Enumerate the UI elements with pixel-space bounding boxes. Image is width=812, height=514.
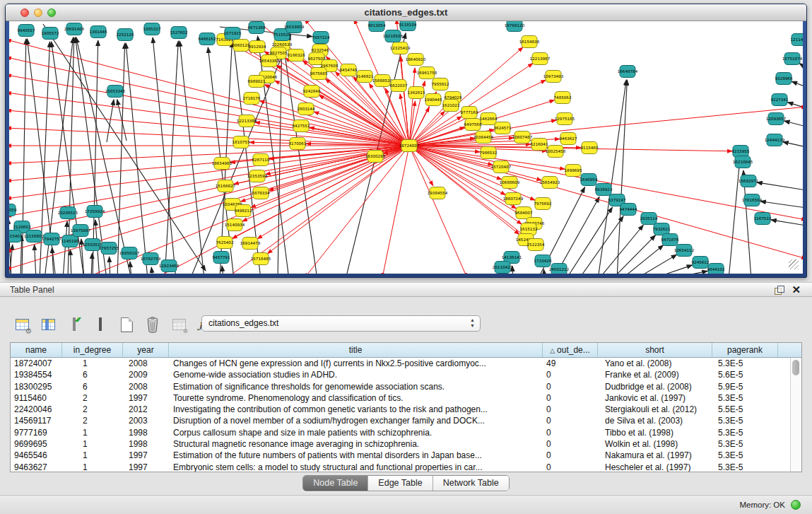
window-resize-grip[interactable] bbox=[789, 259, 799, 269]
graph-node[interactable]: 18807249 bbox=[503, 193, 524, 205]
column-header-pagerank[interactable]: pagerank bbox=[712, 343, 778, 357]
graph-node[interactable]: 2522354 bbox=[527, 239, 545, 251]
graph-node[interactable]: 10973493 bbox=[543, 71, 564, 83]
graph-node[interactable]: 9242848 bbox=[303, 86, 321, 98]
graph-node[interactable]: 8427552 bbox=[293, 120, 310, 132]
graph-node[interactable]: 18768120 bbox=[505, 21, 525, 32]
vertical-scrollbar[interactable] bbox=[790, 358, 801, 472]
graph-node[interactable]: 8860128 bbox=[233, 40, 250, 52]
graph-node[interactable]: 12444139 bbox=[765, 134, 785, 146]
graph-node[interactable]: 17016504 bbox=[742, 194, 763, 206]
graph-node[interactable]: 1621022 bbox=[442, 100, 460, 112]
column-header-in_degree[interactable]: in_degree bbox=[62, 343, 123, 357]
graph-node[interactable]: 16033809 bbox=[284, 21, 305, 33]
graph-node[interactable]: 1810755 bbox=[233, 136, 250, 148]
graph-node[interactable]: 16961758 bbox=[417, 67, 437, 79]
graph-node[interactable]: 1085327 bbox=[143, 23, 161, 35]
table-row[interactable]: 969969511998Structural magnetic resonanc… bbox=[11, 438, 801, 450]
graph-node[interactable]: 15720407 bbox=[491, 161, 512, 173]
graph-node[interactable]: 17957255 bbox=[99, 243, 119, 255]
column-header-title[interactable]: title bbox=[169, 343, 543, 357]
graph-node[interactable]: 10688609 bbox=[500, 177, 520, 189]
graph-node[interactable]: 9146821 bbox=[356, 71, 374, 83]
graph-node[interactable]: 8912934 bbox=[249, 41, 266, 53]
graph-node[interactable]: 8118104 bbox=[399, 21, 417, 31]
table-selector-dropdown[interactable]: citations_edges.txt ▲▼ bbox=[201, 315, 481, 332]
graph-node[interactable]: 10807487 bbox=[512, 132, 533, 144]
graph-node[interactable]: 1905572 bbox=[42, 28, 59, 40]
graph-node[interactable]: 6671388 bbox=[248, 22, 266, 34]
graph-node[interactable]: 17942757 bbox=[42, 233, 62, 245]
graph-node[interactable]: 3498212 bbox=[235, 205, 252, 217]
graph-node[interactable]: 12325419 bbox=[390, 42, 411, 54]
graph-node[interactable]: 10654112 bbox=[674, 245, 694, 257]
select-columns-button[interactable] bbox=[65, 315, 83, 334]
table-row[interactable]: 1938455462009Genome-wide association stu… bbox=[11, 369, 801, 380]
graph-node[interactable]: 16154838 bbox=[519, 36, 540, 48]
graph-node[interactable]: 6989021 bbox=[248, 76, 266, 88]
graph-node[interactable]: 16210645 bbox=[733, 156, 753, 168]
graph-node[interactable]: 9684007 bbox=[515, 207, 533, 219]
graph-node[interactable]: 13975887 bbox=[71, 225, 91, 237]
graph-node[interactable]: 1211417 bbox=[791, 34, 803, 46]
graph-node[interactable]: 9329966 bbox=[775, 73, 793, 85]
graph-node[interactable]: 15716485 bbox=[251, 253, 271, 265]
table-row[interactable]: 946554611997Estimation of the future num… bbox=[11, 450, 801, 461]
graph-node[interactable]: 12975185 bbox=[555, 113, 575, 125]
graph-node[interactable]: 1733426 bbox=[534, 255, 552, 267]
graph-node[interactable]: 6497568 bbox=[464, 119, 482, 131]
graph-node[interactable]: 8267110 bbox=[252, 154, 270, 166]
table-row[interactable]: 2242004622012Investigating the contribut… bbox=[11, 404, 801, 415]
table-row[interactable]: 946362711997Embryonic stem cells: a mode… bbox=[11, 462, 801, 472]
graph-node[interactable]: 19218506 bbox=[383, 30, 404, 42]
graph-node[interactable]: 2718176 bbox=[243, 93, 261, 105]
graph-node[interactable]: 16914479 bbox=[240, 238, 261, 250]
graph-node[interactable]: 8938923 bbox=[595, 184, 613, 196]
graph-node[interactable]: 20110423 bbox=[493, 262, 513, 274]
graph-node[interactable]: 9844102 bbox=[707, 264, 725, 274]
graph-node[interactable]: 9457791 bbox=[213, 252, 230, 264]
graph-node[interactable]: 20364456 bbox=[473, 132, 494, 144]
table-row[interactable]: 977716911998Corpus callosum shape and si… bbox=[11, 427, 801, 438]
graph-node[interactable]: 7986532 bbox=[480, 147, 498, 159]
graph-node[interactable]: 9940557 bbox=[18, 25, 35, 37]
graph-node[interactable]: 2935114 bbox=[640, 213, 658, 225]
graph-node[interactable]: 6466162 bbox=[199, 33, 216, 45]
graph-node[interactable]: 18300295 bbox=[365, 151, 386, 163]
graph-node[interactable]: 18640910 bbox=[406, 54, 426, 66]
graph-node[interactable]: 1615132 bbox=[520, 223, 538, 235]
clear-selection-button[interactable] bbox=[91, 315, 110, 334]
graph-node[interactable]: 16958107 bbox=[119, 247, 140, 259]
graph-node[interactable]: 8454749 bbox=[340, 64, 358, 76]
column-header-out_de[interactable]: △out_de... bbox=[543, 343, 598, 357]
graph-node[interactable]: 1899695 bbox=[565, 165, 582, 177]
graph-node[interactable]: 15140934 bbox=[225, 219, 245, 231]
graph-node[interactable]: 9875685 bbox=[310, 68, 328, 80]
graph-node[interactable]: 15692971 bbox=[739, 175, 759, 187]
graph-node[interactable]: 7625402 bbox=[216, 237, 234, 249]
column-header-short[interactable]: short bbox=[598, 343, 712, 357]
graph-node[interactable]: 1462664 bbox=[480, 113, 498, 125]
graph-node[interactable]: 17359924 bbox=[85, 206, 105, 218]
graph-node[interactable]: 9777169 bbox=[461, 107, 478, 119]
network-canvas-container[interactable]: 7163822886012889129342226053898275051654… bbox=[9, 21, 803, 274]
graph-node[interactable]: 2803144 bbox=[298, 103, 315, 115]
graph-node[interactable]: 3915401 bbox=[9, 230, 23, 243]
float-panel-icon[interactable] bbox=[775, 286, 784, 295]
graph-node[interactable]: 2520059 bbox=[9, 204, 17, 216]
graph-node[interactable]: 20206515 bbox=[58, 207, 78, 219]
graph-node[interactable]: 3624571 bbox=[494, 122, 512, 134]
graph-node[interactable]: 15751074 bbox=[782, 53, 803, 65]
tab-edge-table[interactable]: Edge Table bbox=[368, 476, 433, 491]
create-new-column-button[interactable] bbox=[117, 315, 136, 334]
graph-node[interactable]: 8813054 bbox=[368, 21, 386, 32]
graph-node[interactable]: 3170061 bbox=[289, 138, 307, 150]
window-titlebar[interactable]: citations_edges.txt bbox=[6, 4, 806, 21]
table-row[interactable]: 1830029562008Estimation of significance … bbox=[11, 381, 801, 392]
graph-node[interactable]: 1990445 bbox=[425, 94, 442, 106]
table-row[interactable]: 1456911722003Disruption of a novel membe… bbox=[11, 415, 801, 426]
graph-node[interactable]: 24501212 bbox=[549, 264, 569, 274]
show-hide-columns-button[interactable] bbox=[39, 315, 57, 334]
graph-node[interactable]: 10025458 bbox=[546, 146, 566, 158]
graph-node[interactable]: 9463627 bbox=[560, 133, 577, 145]
